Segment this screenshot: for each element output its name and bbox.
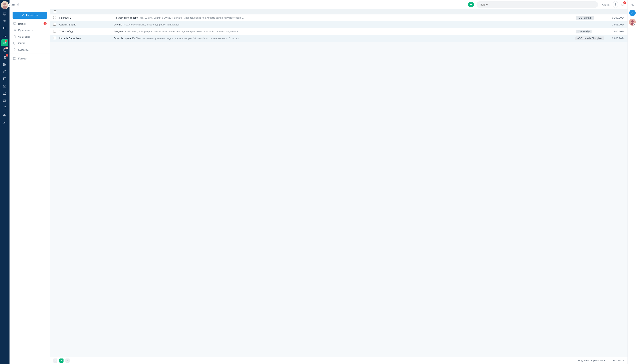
total-value: 4 (623, 359, 624, 362)
email-row[interactable]: Олексій ВарнаОплата - Рахунок сплачено, … (50, 21, 627, 28)
folder-label: Відправлені (18, 29, 33, 32)
folder-label: Вхідні (18, 22, 26, 25)
nav-warehouse-icon[interactable] (0, 82, 10, 90)
list-footer: 1 Рядків на сторінці: 50 Всього: 4 (50, 357, 627, 364)
nav-contacts-icon[interactable] (0, 18, 10, 25)
per-page-value[interactable]: 50 (600, 359, 603, 362)
svg-rect-13 (4, 63, 5, 64)
nav-cart-badge: 4 (6, 54, 8, 56)
email-tag[interactable]: ТОВ Грінлайн (576, 16, 594, 20)
email-list: Грінлайн 2Re: Закупівля товару - пн., 01… (50, 9, 627, 364)
nav-production-icon[interactable] (0, 90, 10, 97)
svg-point-12 (5, 58, 6, 59)
expand-nav-icon[interactable] (8, 4, 12, 7)
svg-point-11 (4, 58, 5, 59)
svg-rect-19 (4, 100, 6, 102)
new-email-button[interactable] (468, 2, 474, 8)
pager-prev-icon[interactable] (53, 358, 58, 363)
email-date: 28.06.2024 (607, 23, 624, 26)
support-chat-icon[interactable] (630, 2, 634, 7)
email-subject: Re: Закупівля товару - пн., 01 лип. 2024… (114, 16, 573, 19)
more-options-icon[interactable] (613, 1, 618, 8)
nav-email-icon[interactable]: 3 (1, 39, 8, 46)
folder-count-badge: 2 (44, 22, 47, 25)
left-nav-rail: 3 23 4 (0, 0, 10, 364)
folder-inbox[interactable]: Вхідні2 (10, 20, 50, 27)
email-checkbox[interactable] (53, 23, 56, 26)
lock-icon (633, 23, 636, 26)
svg-point-8 (6, 36, 6, 37)
svg-point-20 (4, 122, 5, 123)
nav-notes-icon[interactable]: 23 (0, 46, 10, 54)
nav-chat-icon[interactable] (0, 25, 10, 32)
search-box[interactable] (477, 1, 598, 8)
email-checkbox[interactable] (53, 30, 56, 32)
nav-wallet-icon[interactable] (0, 97, 10, 104)
per-page-label: Рядків на сторінці: (578, 359, 599, 362)
email-row[interactable]: Наталія ВікторівнаЗапит інформації - Віт… (50, 35, 627, 42)
total-label: Всього: (613, 359, 621, 362)
folder-label: Спам (18, 42, 25, 45)
label-done[interactable]: Готово (10, 55, 50, 62)
email-subject: Оплата - Рахунок сплачено, очікую відпра… (114, 23, 573, 26)
pager-next-icon[interactable] (65, 358, 70, 363)
nav-history-icon[interactable] (0, 68, 10, 75)
notifications-badge: 6 (623, 1, 626, 4)
svg-point-5 (5, 20, 6, 21)
svg-rect-14 (5, 63, 6, 64)
nav-analytics-icon[interactable] (0, 111, 10, 118)
pager-current[interactable]: 1 (59, 358, 64, 363)
page-title: Email (12, 3, 20, 6)
nav-notes-badge: 23 (5, 47, 8, 50)
email-date: 28.06.2024 (607, 37, 624, 40)
email-tag[interactable]: ФОП Наталія Вікторівна (575, 36, 604, 40)
top-bar: Email Фільтри 6 (10, 0, 627, 9)
svg-point-22 (615, 4, 616, 5)
email-tag[interactable]: ТОВ Хімбуд (576, 30, 591, 34)
folder-sidebar: Написати Вхідні2ВідправленіЧернеткиСпамК… (10, 9, 50, 364)
notifications-icon[interactable]: 6 (621, 2, 625, 7)
svg-point-4 (4, 20, 5, 21)
svg-rect-16 (5, 64, 6, 66)
folder-sent[interactable]: Відправлені (10, 27, 50, 34)
select-all-checkbox[interactable] (54, 10, 56, 13)
per-page-dropdown-icon[interactable] (603, 360, 605, 362)
folder-trash[interactable]: Корзина (10, 46, 50, 53)
svg-point-26 (631, 20, 633, 22)
compose-button-label: Написати (26, 14, 38, 17)
filters-button[interactable]: Фільтри (601, 3, 610, 6)
svg-point-1 (4, 3, 6, 6)
main-content: Email Фільтри 6 Написати Вхідні2Відправл… (10, 0, 627, 364)
nav-import-icon[interactable] (0, 75, 10, 82)
nav-cart-icon[interactable]: 4 (0, 54, 10, 61)
email-subject: Запит інформації - Вітаємо, хочемо уточн… (114, 37, 572, 40)
email-sender: Наталія Вікторівна (59, 37, 111, 40)
folder-drafts[interactable]: Чернетки (10, 34, 50, 40)
email-checkbox[interactable] (53, 37, 56, 39)
nav-dashboard-icon[interactable] (0, 10, 10, 18)
svg-rect-15 (4, 64, 5, 66)
email-checkbox[interactable] (53, 16, 56, 19)
email-sender: ТОВ Хімбуд (59, 30, 111, 33)
search-input[interactable] (480, 3, 595, 6)
nav-inventory-icon[interactable] (0, 61, 10, 68)
nav-document-icon[interactable] (0, 104, 10, 111)
svg-rect-28 (634, 24, 635, 25)
quick-compose-button[interactable] (629, 10, 636, 16)
nav-email-badge: 3 (5, 40, 7, 42)
email-row[interactable]: Грінлайн 2Re: Закупівля товару - пн., 01… (50, 14, 627, 21)
nav-delivery-icon[interactable] (0, 32, 10, 39)
email-subject: Документи - Вітаємо, всі юридичні момент… (114, 30, 573, 33)
svg-point-7 (4, 36, 4, 37)
nav-settings-icon[interactable] (0, 118, 10, 126)
svg-point-23 (615, 5, 616, 6)
folder-label: Корзина (18, 48, 28, 51)
list-header (50, 9, 627, 14)
email-row[interactable]: ТОВ ХімбудДокументи - Вітаємо, всі юриди… (50, 28, 627, 35)
folder-spam[interactable]: Спам (10, 40, 50, 46)
email-sender: Олексій Варна (59, 23, 111, 26)
svg-rect-3 (4, 13, 6, 15)
compose-button[interactable]: Написати (13, 12, 47, 18)
label-text: Готово (18, 57, 27, 60)
email-sender: Грінлайн 2 (59, 16, 111, 19)
